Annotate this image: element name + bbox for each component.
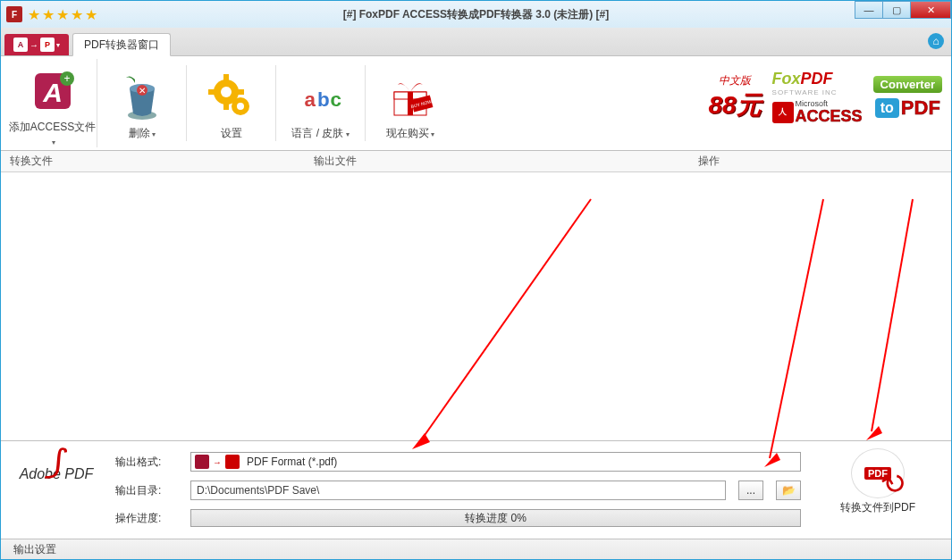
- star-icon: ★: [42, 6, 55, 23]
- output-format-label: 输出格式:: [115, 455, 178, 470]
- svg-line-28: [872, 199, 913, 431]
- adobe-pdf-logo: ⟆ Adobe PDF: [12, 448, 101, 482]
- arrow-right-icon: →: [29, 40, 38, 50]
- svg-text:a: a: [304, 88, 316, 111]
- tab-label: PDF转换器窗口: [84, 38, 159, 53]
- folder-icon: 📂: [782, 484, 796, 497]
- annotation-arrow-icon: [859, 190, 922, 440]
- col-output-file[interactable]: 输出文件: [314, 154, 698, 169]
- delete-button[interactable]: ✕ 删除▾: [97, 65, 187, 141]
- status-text: 输出设置: [13, 542, 56, 557]
- gear-icon: [206, 72, 257, 122]
- svg-rect-13: [237, 89, 244, 95]
- svg-point-15: [237, 103, 244, 110]
- help-icon[interactable]: ⌂: [928, 33, 944, 49]
- star-icon: ★: [28, 6, 40, 23]
- output-dir-label: 输出目录:: [115, 483, 178, 498]
- svg-point-9: [221, 87, 232, 97]
- pdf-icon: [225, 455, 240, 469]
- tabstrip: A → P ▾ PDF转换器窗口 ⌂: [1, 28, 951, 56]
- list-column-headers: 转换文件 输出文件 操作: [1, 151, 951, 172]
- svg-marker-29: [866, 426, 882, 440]
- convert-to-pdf-button[interactable]: PDF↻ 转换文件到PDF: [815, 448, 940, 515]
- pdf-convert-icon: PDF↻: [851, 448, 905, 498]
- rating-stars: ★ ★ ★ ★ ★: [28, 6, 97, 23]
- svg-text:b: b: [317, 88, 330, 111]
- add-access-button[interactable]: A+ 添加ACCESS文件▾: [8, 59, 97, 147]
- browse-dots-button[interactable]: ...: [738, 481, 763, 500]
- annotation-arrow-icon: [403, 190, 600, 449]
- brand-logos: 中文版 88元 FoxPDF SOFTWARE INC 人 MicrosoftA…: [708, 71, 942, 124]
- star-icon: ★: [85, 6, 97, 23]
- window-controls: — ▢ ✕: [855, 1, 951, 19]
- ribbon-label: 添加ACCESS文件: [9, 121, 96, 133]
- foxpdf-logo: FoxPDF SOFTWARE INC: [772, 71, 838, 96]
- progress-bar: 转换进度 0%: [190, 509, 801, 527]
- ribbon-label: 语言 / 皮肤: [291, 127, 343, 139]
- minimize-button[interactable]: —: [855, 1, 883, 19]
- svg-text:A: A: [42, 78, 63, 107]
- svg-rect-11: [223, 103, 229, 110]
- svg-text:c: c: [330, 88, 341, 111]
- access-icon: [195, 455, 209, 469]
- open-folder-button[interactable]: 📂: [776, 481, 801, 500]
- access-logo: 人 MicrosoftACCESS: [772, 100, 863, 124]
- statusbar: 输出设置: [1, 539, 951, 560]
- svg-line-24: [421, 199, 591, 440]
- output-panel: ⟆ Adobe PDF 输出格式: → PDF Format (*.pdf) 输…: [1, 440, 951, 539]
- format-value: PDF Format (*.pdf): [247, 456, 337, 468]
- convert-label: 转换文件到PDF: [815, 500, 940, 515]
- output-format-select[interactable]: → PDF Format (*.pdf): [190, 452, 801, 472]
- window-title: [#] FoxPDF ACCESS转换成PDF转换器 3.0 (未注册) [#]: [343, 7, 610, 22]
- tab-converter-window[interactable]: PDF转换器窗口: [72, 33, 171, 56]
- buy-now-button[interactable]: BUY NOW! 现在购买▾: [366, 65, 455, 141]
- file-list-area[interactable]: [1, 172, 951, 440]
- app-icon: F: [6, 6, 22, 22]
- trash-icon: ✕: [117, 72, 167, 122]
- output-dir-input[interactable]: D:\Documents\PDF Save\: [190, 481, 726, 500]
- pdf-badge-icon: 人: [772, 102, 794, 123]
- pdf-icon: P: [40, 38, 55, 52]
- settings-button[interactable]: 设置: [187, 65, 276, 141]
- star-icon: ★: [56, 6, 69, 23]
- format-tab-icon[interactable]: A → P ▾: [4, 34, 69, 55]
- col-convert-file[interactable]: 转换文件: [1, 154, 314, 169]
- maximize-button[interactable]: ▢: [882, 1, 911, 19]
- progress-label: 操作进度:: [115, 511, 178, 526]
- ribbon-label: 删除: [129, 127, 150, 139]
- ribbon-label: 设置: [187, 126, 275, 141]
- abc-icon: abc: [296, 72, 346, 122]
- arrow-right-icon: →: [213, 457, 222, 467]
- gift-icon: BUY NOW!: [385, 72, 435, 122]
- to-pdf-logo: toPDF: [875, 96, 940, 120]
- annotation-arrow-icon: [752, 190, 832, 467]
- col-action[interactable]: 操作: [698, 154, 951, 169]
- add-file-icon: A+: [28, 66, 78, 116]
- titlebar: F ★ ★ ★ ★ ★ [#] FoxPDF ACCESS转换成PDF转换器 3…: [1, 1, 951, 28]
- ribbon-label: 现在购买: [386, 127, 429, 139]
- svg-rect-10: [223, 74, 229, 81]
- ribbon-toolbar: A+ 添加ACCESS文件▾ ✕ 删除▾ 设置 abc 语言 / 皮肤▾ BUY…: [1, 56, 951, 151]
- close-button[interactable]: ✕: [910, 1, 951, 19]
- svg-rect-12: [208, 89, 215, 95]
- svg-text:✕: ✕: [139, 86, 146, 96]
- promo-88-icon[interactable]: 中文版 88元: [708, 73, 761, 122]
- output-form: 输出格式: → PDF Format (*.pdf) 输出目录: D:\Docu…: [115, 448, 801, 536]
- converter-badge: Converter: [873, 76, 942, 93]
- svg-line-26: [770, 199, 823, 458]
- star-icon: ★: [71, 6, 83, 23]
- language-button[interactable]: abc 语言 / 皮肤▾: [276, 65, 366, 141]
- access-icon: A: [13, 38, 28, 52]
- svg-text:+: +: [63, 72, 70, 85]
